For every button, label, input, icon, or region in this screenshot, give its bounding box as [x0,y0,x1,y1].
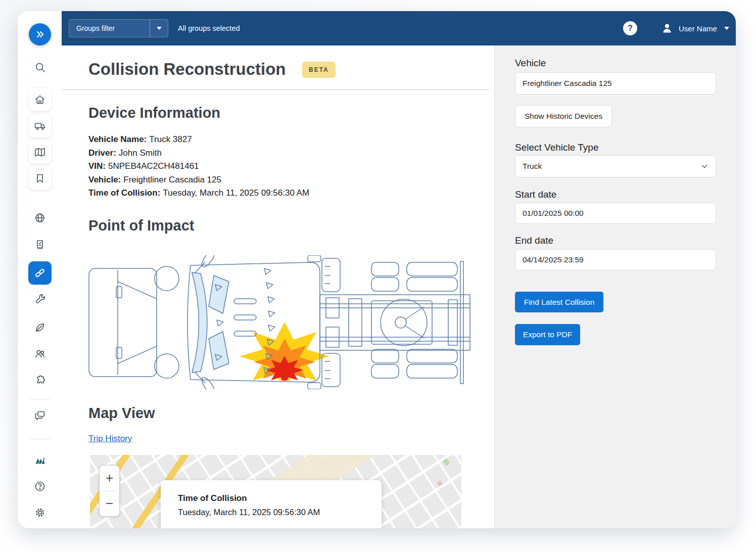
field-time-of-collision: Time of Collision:Tuesday, March 11, 202… [88,187,309,200]
topbar: Groups filter All groups selected ? User… [62,11,736,45]
point-of-impact-heading: Point of Impact [88,217,194,234]
groups-filter-label: Groups filter [69,24,150,32]
impact-starburst [240,322,330,389]
user-menu[interactable]: User Name [679,11,717,45]
export-to-pdf-button[interactable]: Export to PDF [515,324,580,345]
sidebar-item-map[interactable] [28,141,52,164]
motive-logo-icon [34,455,46,467]
collision-info-subtitle: Tuesday, March 11, 2025 09:56:30 AM [178,508,382,517]
field-vehicle: Vehicle:Freightliner Cascadia 125 [88,173,309,187]
field-vehicle-name: Vehicle Name:Truck 3827 [88,133,309,147]
sidebar-item-help[interactable] [34,480,46,492]
map-park-patch [443,458,450,466]
start-date-label: Start date [515,189,556,200]
sidebar-item-drivers[interactable] [34,348,46,360]
truck-diagram [88,255,472,389]
app-window: Groups filter All groups selected ? User… [18,11,736,528]
device-information-heading: Device Information [88,105,220,121]
field-driver: Driver:John Smith [88,147,309,160]
vehicle-label: Vehicle [515,58,546,69]
sidebar-expand-button[interactable] [29,23,51,45]
device-information-fields: Vehicle Name:Truck 3827 Driver:John Smit… [88,133,309,200]
map-view-heading: Map View [88,405,155,422]
end-date-input[interactable] [515,249,716,270]
vehicle-type-value: Truck [523,162,542,171]
groups-filter-caret[interactable] [150,20,168,37]
sidebar-item-vehicles[interactable] [28,114,52,137]
question-mark-icon: ? [628,24,633,33]
chevron-down-icon [700,162,708,170]
sidebar-item-reports[interactable] [34,239,46,251]
truck-top-view-impact-illustration [88,255,472,389]
sidebar-item-fuel[interactable] [34,321,46,334]
sidebar-item-integrations[interactable] [34,375,46,387]
folded-map-icon [34,146,46,158]
receipt-icon [34,239,46,251]
sidebar-item-settings[interactable] [34,507,46,519]
collision-search-panel: Vehicle Show Historic Devices Select Veh… [494,45,736,528]
vehicle-input[interactable] [515,72,716,95]
sidebar [18,11,62,528]
puzzle-icon [34,375,46,387]
map-zoom-control: + − [99,465,120,517]
caret-down-icon [157,27,162,30]
zoom-out-button[interactable]: − [100,491,119,517]
help-circle-icon [34,480,46,492]
find-latest-collision-button[interactable]: Find Latest Collision [515,292,603,312]
home-icon [34,94,46,106]
gear-icon [34,507,46,519]
sidebar-item-bookmarks[interactable] [28,167,52,190]
trip-history-link[interactable]: Trip History [88,434,132,444]
user-avatar-icon [661,22,673,34]
chat-bubbles-icon [34,409,46,422]
field-vin: VIN:5NPEB4AC2CH481461 [88,160,309,173]
bookmark-icon [34,172,46,185]
sidebar-divider [30,439,50,439]
page-title: Collision Reconstruction [88,60,286,79]
beta-badge: BETA [302,62,336,78]
map-poi-patch [437,480,443,486]
sidebar-divider [30,399,50,400]
title-divider [62,89,489,90]
vehicle-type-select[interactable]: Truck [515,155,716,177]
collision-info-title: Time of Collision [178,493,382,503]
globe-icon [34,212,46,224]
collision-info-card: Time of Collision Tuesday, March 11, 202… [161,480,382,528]
sidebar-item-messages[interactable] [34,409,46,422]
double-chevron-right-icon [34,28,46,40]
help-button[interactable]: ? [623,21,637,35]
end-date-label: End date [515,235,553,246]
show-historic-devices-button[interactable]: Show Historic Devices [515,105,612,127]
leaf-icon [34,321,46,334]
sidebar-item-collision-reconstruction[interactable] [28,261,52,285]
zoom-in-button[interactable]: + [100,466,119,491]
sidebar-item-globe[interactable] [34,212,46,224]
chain-links-icon [34,267,46,279]
wrench-icon [34,294,46,306]
sidebar-item-home[interactable] [28,88,52,111]
vehicle-type-label: Select Vehicle Type [515,142,598,153]
map-view[interactable]: + − Time of Collision Tuesday, March 11,… [90,455,461,528]
sidebar-item-search[interactable] [34,61,46,73]
sidebar-item-motive-logo [34,455,46,467]
groups-status-text: All groups selected [178,11,240,45]
people-icon [34,348,46,360]
start-date-input[interactable] [515,203,716,224]
sidebar-item-maintenance[interactable] [34,294,46,306]
search-icon [34,61,46,73]
truck-icon [34,120,46,132]
user-menu-caret-icon[interactable] [724,27,729,30]
groups-filter-dropdown[interactable]: Groups filter [69,19,168,37]
